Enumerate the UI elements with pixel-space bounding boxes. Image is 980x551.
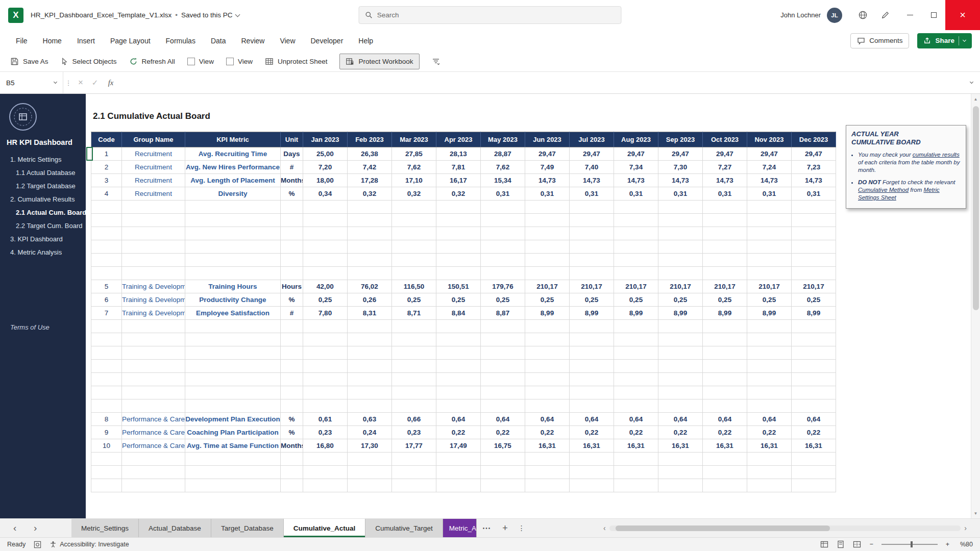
- cell[interactable]: [703, 346, 747, 360]
- cell[interactable]: 0,31: [703, 187, 747, 201]
- cell[interactable]: [122, 254, 185, 267]
- cell[interactable]: [185, 267, 281, 280]
- cell[interactable]: 0,25: [525, 293, 570, 307]
- cell[interactable]: [525, 386, 570, 399]
- cell[interactable]: [122, 479, 185, 492]
- menu-home[interactable]: Home: [35, 30, 69, 51]
- cell[interactable]: [525, 240, 570, 254]
- cell[interactable]: [436, 320, 481, 333]
- cell[interactable]: [185, 333, 281, 346]
- view-toggle-2[interactable]: View: [226, 58, 253, 65]
- cell[interactable]: 8,99: [570, 307, 614, 320]
- cell[interactable]: [91, 240, 122, 254]
- cell[interactable]: 17,49: [436, 439, 481, 453]
- cell[interactable]: [91, 267, 122, 280]
- cell[interactable]: [303, 240, 348, 254]
- minimize-button[interactable]: [898, 0, 922, 30]
- cell[interactable]: [481, 214, 525, 227]
- cell[interactable]: [348, 386, 392, 399]
- cell[interactable]: [122, 267, 185, 280]
- cell[interactable]: [436, 214, 481, 227]
- cell[interactable]: [570, 466, 614, 479]
- cell[interactable]: [525, 346, 570, 360]
- cell[interactable]: [348, 479, 392, 492]
- cell[interactable]: [614, 227, 658, 240]
- maximize-button[interactable]: [922, 0, 945, 30]
- cell[interactable]: [570, 333, 614, 346]
- menu-review[interactable]: Review: [234, 30, 273, 51]
- menu-insert[interactable]: Insert: [69, 30, 103, 51]
- zoom-level[interactable]: %80: [958, 541, 973, 548]
- cell[interactable]: [281, 240, 303, 254]
- cell[interactable]: 7,81: [436, 161, 481, 174]
- cell[interactable]: [122, 320, 185, 333]
- column-header-mar-2023[interactable]: Mar 2023: [392, 132, 436, 147]
- cell[interactable]: [658, 399, 703, 413]
- cell[interactable]: 7,27: [703, 161, 747, 174]
- column-header-unit[interactable]: Unit: [281, 132, 303, 147]
- cell[interactable]: [792, 254, 836, 267]
- cell[interactable]: 0,34: [303, 187, 348, 201]
- cell[interactable]: [392, 240, 436, 254]
- cell[interactable]: [614, 333, 658, 346]
- cell[interactable]: 210,17: [614, 280, 658, 293]
- cell[interactable]: [481, 399, 525, 413]
- cell[interactable]: 0,32: [348, 187, 392, 201]
- cell[interactable]: [747, 466, 792, 479]
- cell[interactable]: 210,17: [747, 280, 792, 293]
- cell[interactable]: [281, 466, 303, 479]
- cell[interactable]: [303, 201, 348, 214]
- cell[interactable]: [303, 227, 348, 240]
- cell[interactable]: [91, 453, 122, 466]
- cell[interactable]: [122, 227, 185, 240]
- cell[interactable]: [747, 399, 792, 413]
- cell[interactable]: [122, 386, 185, 399]
- cell[interactable]: [792, 267, 836, 280]
- more-sheets-button[interactable]: •••: [477, 519, 498, 537]
- column-header-kpi-metric[interactable]: KPI Metric: [185, 132, 281, 147]
- cell[interactable]: [185, 360, 281, 373]
- cell[interactable]: 7,20: [303, 161, 348, 174]
- cell[interactable]: 9: [91, 426, 122, 439]
- cell[interactable]: [525, 267, 570, 280]
- cell[interactable]: [747, 479, 792, 492]
- cell[interactable]: 7,62: [481, 161, 525, 174]
- cell[interactable]: #: [281, 161, 303, 174]
- cell[interactable]: Performance & Career Management: [122, 426, 185, 439]
- cell[interactable]: 0,22: [747, 426, 792, 439]
- cell[interactable]: [303, 399, 348, 413]
- view-toggle-1[interactable]: View: [187, 58, 214, 65]
- sidebar-item-1-metric-settings[interactable]: 1. Metric Settings: [0, 153, 86, 166]
- cell[interactable]: [392, 254, 436, 267]
- cell[interactable]: [303, 453, 348, 466]
- cell[interactable]: 17,30: [348, 439, 392, 453]
- cell[interactable]: [281, 373, 303, 386]
- protect-workbook-button[interactable]: Protect Workbook: [339, 54, 419, 69]
- sheet-tab-metric-a[interactable]: Metric_A: [443, 519, 477, 537]
- cell[interactable]: [392, 227, 436, 240]
- cell[interactable]: 1: [91, 147, 122, 161]
- cell[interactable]: 29,47: [570, 147, 614, 161]
- sheet-tab-cumulative-actual[interactable]: Cumulative_Actual: [284, 519, 366, 537]
- cell[interactable]: 7,34: [614, 161, 658, 174]
- cell[interactable]: [792, 227, 836, 240]
- cell[interactable]: [303, 373, 348, 386]
- cell[interactable]: 0,31: [525, 187, 570, 201]
- sphere-icon[interactable]: [853, 6, 872, 24]
- cell[interactable]: [703, 201, 747, 214]
- sheet-options-button[interactable]: ⋮: [513, 519, 530, 537]
- cell[interactable]: [481, 346, 525, 360]
- comments-button[interactable]: Comments: [850, 33, 909, 48]
- cell[interactable]: 0,25: [392, 293, 436, 307]
- cell[interactable]: [525, 479, 570, 492]
- cell[interactable]: 15,34: [481, 174, 525, 187]
- cell[interactable]: 0,64: [747, 413, 792, 426]
- sheet-tab-cumulative-target[interactable]: Cumulative_Target: [365, 519, 443, 537]
- cell[interactable]: [122, 453, 185, 466]
- cell[interactable]: [392, 453, 436, 466]
- menu-help[interactable]: Help: [351, 30, 381, 51]
- cell[interactable]: [91, 214, 122, 227]
- cell[interactable]: [281, 399, 303, 413]
- cell[interactable]: [525, 466, 570, 479]
- cell[interactable]: 0,32: [436, 187, 481, 201]
